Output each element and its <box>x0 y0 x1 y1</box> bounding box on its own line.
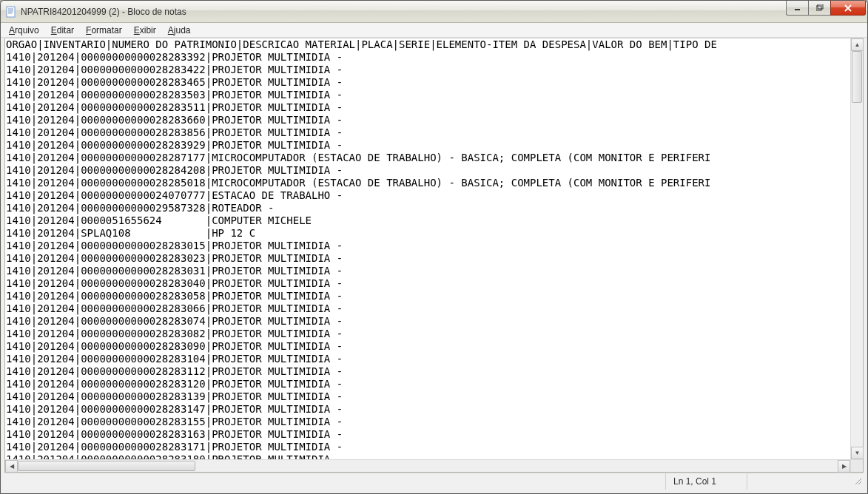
maximize-button[interactable] <box>808 1 830 16</box>
svg-line-10 <box>855 478 861 484</box>
horizontal-scroll-thumb[interactable] <box>18 461 195 471</box>
notepad-window: NPATRI84201204999 (2) - Bloco de notas A… <box>0 0 868 494</box>
close-button[interactable] <box>830 1 866 16</box>
status-empty <box>747 473 850 490</box>
window-title: NPATRI84201204999 (2) - Bloco de notas <box>21 7 786 17</box>
vertical-scroll-track[interactable] <box>851 51 863 447</box>
text-editor[interactable]: ORGAO|INVENTARIO|NUMERO DO PATRIMONIO|DE… <box>5 38 850 459</box>
vertical-scroll-thumb[interactable] <box>852 51 862 103</box>
svg-rect-7 <box>818 4 823 9</box>
menu-formatar[interactable]: Formatar <box>81 24 127 36</box>
scroll-right-arrow-icon[interactable]: ▶ <box>838 460 850 473</box>
resize-grip-icon[interactable] <box>850 476 864 487</box>
menu-editar[interactable]: Editar <box>46 24 79 36</box>
close-icon <box>844 4 852 13</box>
scroll-down-arrow-icon[interactable]: ▼ <box>851 447 864 459</box>
menubar: Arquivo Editar Formatar Exibir Ajuda <box>1 23 867 38</box>
menu-arquivo[interactable]: Arquivo <box>4 24 44 36</box>
svg-rect-6 <box>816 6 821 10</box>
minimize-button[interactable] <box>786 1 808 16</box>
horizontal-scrollbar[interactable]: ◀ ▶ <box>5 459 863 472</box>
minimize-icon <box>794 4 801 12</box>
menu-exibir[interactable]: Exibir <box>129 24 161 36</box>
scroll-up-arrow-icon[interactable]: ▲ <box>851 38 864 51</box>
statusbar: Ln 1, Col 1 <box>4 473 864 490</box>
vertical-scrollbar[interactable]: ▲ ▼ <box>850 38 863 459</box>
titlebar[interactable]: NPATRI84201204999 (2) - Bloco de notas <box>1 1 867 23</box>
status-position: Ln 1, Col 1 <box>665 473 747 490</box>
notepad-app-icon <box>5 6 17 18</box>
menu-ajuda[interactable]: Ajuda <box>163 24 196 36</box>
maximize-icon <box>816 4 824 12</box>
scrollbar-corner <box>850 460 863 472</box>
window-controls <box>786 1 866 22</box>
scroll-left-arrow-icon[interactable]: ◀ <box>5 460 18 473</box>
horizontal-scroll-track[interactable] <box>18 460 838 472</box>
svg-line-11 <box>858 481 861 484</box>
client-area: ORGAO|INVENTARIO|NUMERO DO PATRIMONIO|DE… <box>4 38 864 473</box>
editor-content[interactable]: ORGAO|INVENTARIO|NUMERO DO PATRIMONIO|DE… <box>5 38 850 459</box>
